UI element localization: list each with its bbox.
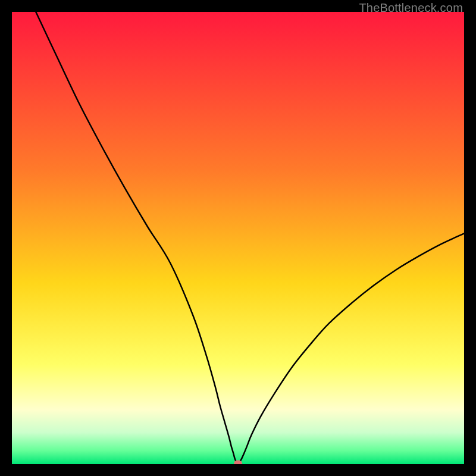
plot-area — [12, 12, 464, 464]
chart-svg — [12, 12, 464, 464]
watermark-label: TheBottleneck.com — [359, 1, 463, 15]
gradient-background — [12, 12, 464, 464]
chart-frame: TheBottleneck.com — [0, 0, 476, 476]
